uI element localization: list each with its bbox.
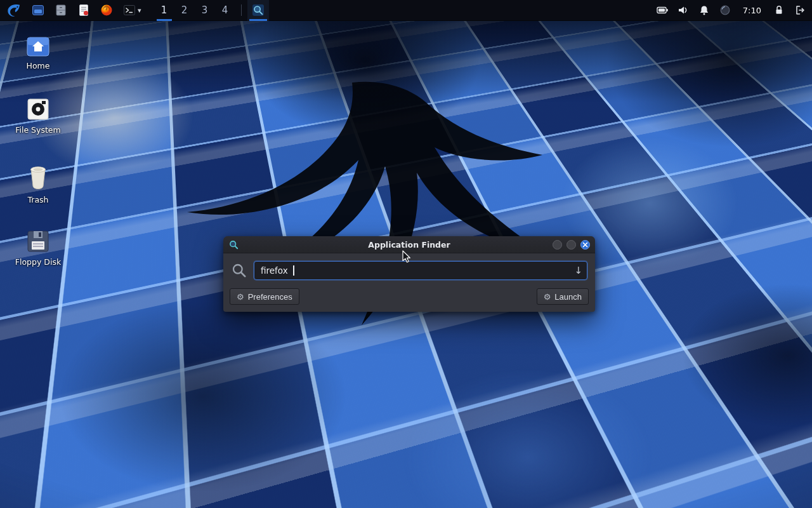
network-icon[interactable] (719, 4, 731, 16)
firefox-icon (100, 4, 113, 17)
application-finder-window: Application Finder ↓ ⚙ Preferences (223, 236, 595, 312)
file-manager-launcher[interactable] (31, 3, 45, 17)
launch-button[interactable]: ⚙ Launch (537, 288, 589, 305)
search-input[interactable] (254, 261, 587, 280)
application-finder-icon (228, 239, 239, 250)
floppy-disk-icon (27, 230, 49, 253)
workspace-button-1[interactable]: 1 (154, 0, 174, 21)
panel-separator (241, 4, 242, 16)
desktop-icon-label: Trash (27, 195, 48, 204)
file-manager-icon (32, 4, 44, 17)
desktop-icon-label: File System (15, 125, 61, 135)
application-finder-icon (252, 4, 265, 17)
volume-icon[interactable] (678, 4, 689, 16)
launch-label: Launch (554, 292, 582, 302)
kali-menu-button[interactable] (5, 2, 22, 19)
desktop-icon-trash[interactable]: Trash (8, 164, 69, 204)
maximize-button[interactable] (566, 240, 576, 250)
desktop-icon-floppy-disk[interactable]: Floppy Disk (8, 230, 69, 267)
taskbar-application-finder[interactable] (247, 0, 269, 21)
chevron-down-icon[interactable]: ▾ (138, 7, 141, 14)
trash-icon (26, 164, 50, 190)
workspace-button-2[interactable]: 2 (174, 0, 195, 21)
document-editor-launcher[interactable] (77, 3, 91, 17)
file-system-icon (27, 98, 49, 121)
home-folder-icon (27, 37, 49, 57)
terminal-icon (123, 4, 136, 17)
document-editor-icon (77, 4, 90, 17)
clock[interactable]: 7:10 (743, 6, 761, 15)
logout-icon[interactable] (794, 4, 806, 16)
close-icon (582, 242, 588, 248)
preferences-button[interactable]: ⚙ Preferences (230, 288, 299, 305)
desktop-icon-file-system[interactable]: File System (8, 98, 69, 135)
launch-executable-icon: ⚙ (544, 293, 551, 301)
workspace-button-4[interactable]: 4 (215, 0, 235, 21)
close-button[interactable] (580, 240, 590, 250)
file-cabinet-launcher[interactable] (54, 3, 68, 17)
notifications-bell-icon[interactable] (698, 4, 710, 16)
file-cabinet-icon (55, 4, 67, 17)
panel-launchers: ▾ (31, 3, 141, 17)
top-panel: ▾ 1 2 3 4 (0, 0, 812, 21)
status-tray: 7:10 (657, 4, 806, 16)
kali-logo-icon (6, 3, 22, 18)
search-field-wrap: ↓ (254, 261, 587, 280)
desktop-icon-label: Floppy Disk (15, 257, 61, 267)
titlebar[interactable]: Application Finder (223, 236, 595, 253)
desktop-icon-home[interactable]: Home (8, 37, 69, 70)
window-title: Application Finder (223, 240, 595, 250)
firefox-launcher[interactable] (100, 3, 114, 17)
terminal-launcher-group: ▾ (122, 3, 141, 17)
workspace-switcher: 1 2 3 4 (154, 0, 235, 21)
minimize-button[interactable] (553, 240, 562, 250)
lock-icon[interactable] (773, 4, 785, 16)
text-caret (293, 265, 294, 276)
preferences-gear-icon: ⚙ (237, 293, 244, 301)
search-icon (231, 262, 247, 279)
entry-dropdown-icon[interactable]: ↓ (574, 266, 582, 276)
desktop-icon-label: Home (27, 61, 50, 70)
terminal-launcher[interactable] (122, 3, 136, 17)
battery-icon[interactable] (657, 4, 668, 16)
workspace-button-3[interactable]: 3 (195, 0, 215, 21)
preferences-label: Preferences (248, 292, 292, 302)
